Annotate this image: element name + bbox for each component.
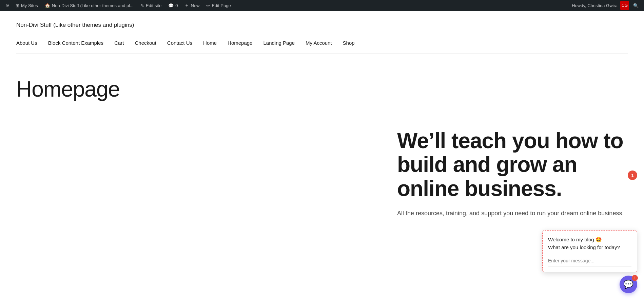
admin-bar: ⊞ My Sites 🏠 Non-Divi Stuff (Like other … bbox=[0, 0, 644, 11]
comment-icon: 💬 bbox=[168, 3, 174, 8]
user-greeting: Howdy, Christina Gwira bbox=[572, 3, 618, 8]
hero-left bbox=[16, 129, 384, 218]
user-avatar[interactable]: CG bbox=[620, 1, 629, 10]
nav-landing-page[interactable]: Landing Page bbox=[258, 38, 300, 48]
comments-link[interactable]: 💬 0 bbox=[165, 0, 181, 11]
nav-contact-us[interactable]: Contact Us bbox=[162, 38, 198, 48]
edit-site-icon: ✎ bbox=[140, 3, 144, 8]
site-name-link[interactable]: 🏠 Non-Divi Stuff (Like other themes and … bbox=[41, 0, 137, 11]
hero-heading: We’ll teach you how to build and grow an… bbox=[397, 129, 628, 200]
edit-site-link[interactable]: ✎ Edit site bbox=[137, 0, 165, 11]
site-navigation: About Us Block Content Examples Cart Che… bbox=[16, 38, 628, 54]
my-sites-menu[interactable]: ⊞ My Sites bbox=[12, 0, 41, 11]
site-icon: 🏠 bbox=[45, 3, 50, 8]
nav-shop[interactable]: Shop bbox=[337, 38, 360, 48]
edit-page-link[interactable]: ✏ Edit Page bbox=[203, 0, 234, 11]
site-title[interactable]: Non-Divi Stuff (Like other themes and pl… bbox=[16, 22, 628, 28]
nav-block-content[interactable]: Block Content Examples bbox=[43, 38, 109, 48]
edit-site-label: Edit site bbox=[146, 3, 161, 8]
page-title: Homepage bbox=[16, 77, 628, 102]
my-sites-icon: ⊞ bbox=[16, 3, 19, 8]
nav-checkout[interactable]: Checkout bbox=[129, 38, 161, 48]
hero-subtext: All the resources, training, and support… bbox=[397, 208, 628, 218]
main-content: Homepage We’ll teach you how to build an… bbox=[0, 60, 644, 218]
adminbar-right: Howdy, Christina Gwira CG 🔍 bbox=[572, 0, 641, 11]
comments-count: 0 bbox=[175, 3, 178, 8]
nav-home[interactable]: Home bbox=[198, 38, 222, 48]
side-notification-badge[interactable]: 1 bbox=[628, 171, 637, 180]
hero-section: We’ll teach you how to build and grow an… bbox=[16, 129, 628, 218]
wp-logo[interactable] bbox=[3, 1, 12, 10]
new-content-menu[interactable]: ＋ New bbox=[181, 0, 203, 11]
nav-my-account[interactable]: My Account bbox=[300, 38, 337, 48]
nav-about-us[interactable]: About Us bbox=[16, 38, 43, 48]
edit-page-label: Edit Page bbox=[212, 3, 231, 8]
nav-homepage[interactable]: Homepage bbox=[222, 38, 258, 48]
hero-right: We’ll teach you how to build and grow an… bbox=[397, 129, 628, 218]
pencil-icon: ✏ bbox=[206, 3, 210, 8]
search-button[interactable]: 🔍 bbox=[630, 0, 641, 11]
my-sites-label: My Sites bbox=[21, 3, 38, 8]
new-icon: ＋ bbox=[184, 2, 189, 8]
nav-cart[interactable]: Cart bbox=[109, 38, 129, 48]
site-header: Non-Divi Stuff (Like other themes and pl… bbox=[0, 11, 644, 60]
new-label: New bbox=[191, 3, 199, 8]
site-name-label: Non-Divi Stuff (Like other themes and pl… bbox=[52, 3, 134, 8]
